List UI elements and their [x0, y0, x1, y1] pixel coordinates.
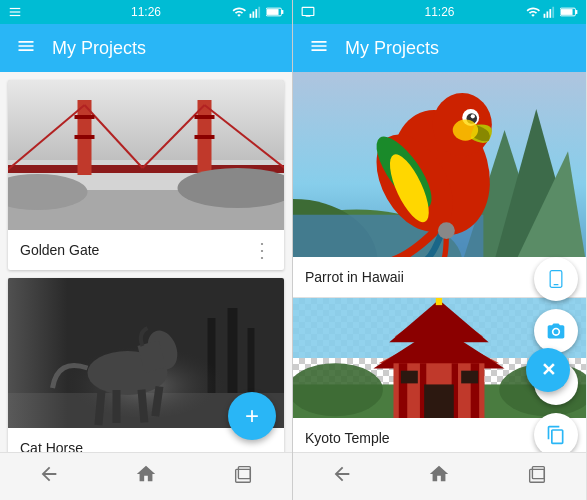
signal-icon-r	[543, 5, 557, 19]
battery-icon-r	[560, 5, 578, 19]
svg-rect-43	[306, 16, 311, 17]
svg-rect-36	[113, 390, 121, 423]
svg-point-70	[554, 329, 559, 334]
svg-rect-84	[401, 371, 418, 384]
svg-rect-6	[258, 7, 260, 18]
app-title-right: My Projects	[345, 38, 439, 59]
svg-rect-85	[461, 371, 478, 384]
svg-rect-49	[575, 10, 577, 14]
svg-rect-41	[239, 467, 251, 479]
svg-rect-9	[267, 9, 279, 15]
svg-rect-23	[195, 135, 215, 139]
svg-rect-44	[544, 14, 546, 18]
battery-icon	[266, 5, 284, 19]
parrot-name: Parrot in Hawaii	[305, 269, 404, 285]
screen-icon	[301, 5, 315, 19]
content-right: Parrot in Hawaii	[293, 72, 586, 452]
menu-icon-left[interactable]	[16, 36, 36, 61]
svg-rect-69	[554, 284, 559, 285]
svg-rect-45	[547, 11, 549, 17]
svg-point-66	[453, 120, 478, 141]
status-right-icons-r	[526, 5, 578, 19]
kyoto-name: Kyoto Temple	[305, 430, 390, 446]
notification-icon	[8, 5, 22, 19]
status-left-icons	[8, 5, 22, 19]
back-button-left[interactable]	[38, 463, 60, 490]
close-icon: ✕	[541, 359, 556, 381]
status-time-right: 11:26	[424, 5, 454, 19]
speed-dial-camera[interactable]	[534, 309, 578, 353]
svg-rect-2	[10, 15, 21, 16]
status-time-left: 11:26	[131, 5, 161, 19]
fab-add[interactable]: +	[228, 392, 276, 440]
golden-gate-footer: Golden Gate ⋮	[8, 230, 284, 270]
project-card-golden-gate[interactable]: Golden Gate ⋮	[8, 80, 284, 270]
recents-button-right[interactable]	[526, 463, 548, 490]
golden-gate-image	[8, 80, 284, 230]
svg-rect-50	[561, 9, 573, 15]
svg-rect-8	[281, 10, 283, 14]
menu-icon-right[interactable]	[309, 36, 329, 61]
home-button-right[interactable]	[428, 463, 450, 490]
svg-rect-4	[253, 11, 255, 17]
bottom-nav-left	[0, 452, 292, 500]
parrot-image	[293, 72, 586, 257]
bottom-nav-right	[293, 452, 586, 500]
svg-rect-22	[195, 115, 215, 119]
left-phone: 11:26 My Projects	[0, 0, 293, 500]
wifi-icon	[232, 5, 246, 19]
app-title-left: My Projects	[52, 38, 146, 59]
svg-rect-39	[8, 278, 68, 428]
svg-point-65	[471, 114, 475, 118]
speed-dial-copy[interactable]	[534, 413, 578, 452]
home-button-left[interactable]	[135, 463, 157, 490]
fab-plus-icon: +	[245, 402, 259, 430]
svg-rect-1	[10, 8, 21, 9]
svg-rect-83	[424, 384, 454, 418]
svg-rect-21	[75, 135, 95, 139]
svg-rect-30	[248, 328, 255, 393]
wifi-icon-r	[526, 5, 540, 19]
svg-rect-46	[549, 9, 551, 18]
svg-rect-20	[75, 115, 95, 119]
app-bar-left: My Projects	[0, 24, 292, 72]
status-bar-left: 11:26	[0, 0, 292, 24]
svg-rect-5	[255, 9, 257, 18]
svg-rect-91	[533, 467, 545, 479]
signal-icon	[249, 5, 263, 19]
svg-rect-3	[250, 14, 252, 18]
svg-rect-42	[302, 7, 314, 15]
app-bar-right: My Projects	[293, 24, 586, 72]
back-button-right[interactable]	[331, 463, 353, 490]
cat-horse-name: Cat Horse	[20, 440, 83, 452]
recents-button-left[interactable]	[232, 463, 254, 490]
svg-rect-47	[552, 7, 554, 18]
golden-gate-name: Golden Gate	[20, 242, 99, 258]
svg-rect-0	[10, 11, 21, 12]
status-bar-right: 11:26	[293, 0, 586, 24]
golden-gate-more[interactable]: ⋮	[252, 238, 272, 262]
svg-rect-29	[228, 308, 238, 393]
status-right-left	[301, 5, 315, 19]
fab-close[interactable]: ✕	[526, 348, 570, 392]
speed-dial-phone[interactable]	[534, 257, 578, 301]
svg-rect-86	[436, 298, 442, 305]
svg-rect-11	[8, 80, 284, 160]
right-phone: 11:26 My Projects	[293, 0, 586, 500]
svg-point-67	[438, 222, 455, 239]
status-right-icons	[232, 5, 284, 19]
